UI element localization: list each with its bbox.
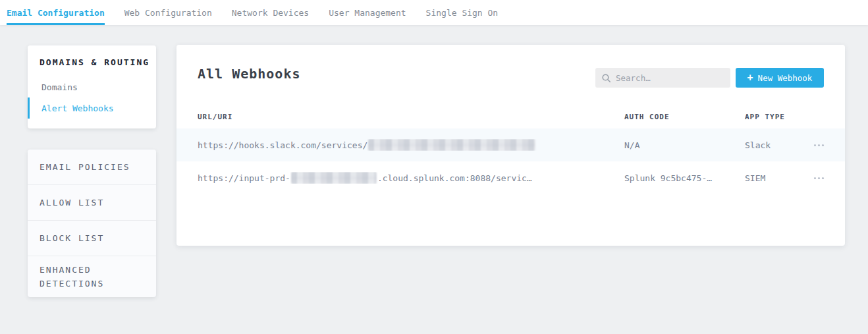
page-title: All Webhooks [198, 66, 301, 82]
webhook-url: https://input-prd- .cloud.splunk.com:808… [176, 172, 624, 184]
tab-network-devices[interactable]: Network Devices [232, 0, 309, 25]
search-icon [602, 74, 610, 82]
sidebar-item-email-policies[interactable]: EMAIL POLICIES [28, 150, 156, 185]
table-header-row: URL/URI AUTH CODE APP TYPE [176, 105, 845, 128]
sidebar-item-allow-list[interactable]: ALLOW LIST [28, 185, 156, 221]
webhooks-panel-header: All Webhooks + New Webhook [176, 45, 845, 105]
sidebar-sections: EMAIL POLICIES ALLOW LIST BLOCK LIST ENH… [28, 150, 156, 297]
row-menu-icon[interactable] [814, 173, 827, 182]
webhook-app-type: SIEM [745, 173, 814, 183]
webhook-url-prefix: https://input-prd- [198, 173, 290, 183]
webhooks-table: URL/URI AUTH CODE APP TYPE https://hooks… [176, 105, 845, 194]
webhook-auth-code: Splunk 9c5bc475-… [624, 173, 745, 183]
redacted-blur [368, 139, 535, 151]
webhook-app-type: Slack [745, 140, 814, 150]
table-row[interactable]: https://input-prd- .cloud.splunk.com:808… [176, 161, 845, 194]
search-box[interactable] [595, 68, 730, 88]
webhook-url-prefix: https://hooks.slack.com/services/ [198, 140, 367, 150]
sidebar-item-alert-webhooks[interactable]: Alert Webhooks [28, 97, 156, 119]
webhooks-panel: All Webhooks + New Webhook URL/URI AUTH … [176, 45, 845, 246]
webhook-auth-code: N/A [624, 140, 745, 150]
header-app-type: APP TYPE [745, 113, 814, 121]
search-input[interactable] [616, 73, 724, 83]
sidebar-domains-routing: DOMAINS & ROUTING Domains Alert Webhooks [28, 45, 156, 128]
new-webhook-button[interactable]: + New Webhook [736, 68, 824, 88]
tab-email-configuration[interactable]: Email Configuration [7, 0, 105, 25]
sidebar-item-domains[interactable]: Domains [28, 76, 156, 97]
webhook-url: https://hooks.slack.com/services/ [176, 139, 624, 151]
header-url-uri: URL/URI [176, 113, 624, 121]
plus-icon: + [747, 73, 753, 83]
sidebar-item-block-list[interactable]: BLOCK LIST [28, 221, 156, 256]
tab-web-configuration[interactable]: Web Configuration [124, 0, 212, 25]
sidebar-item-enhanced-detections[interactable]: ENHANCED DETECTIONS [28, 256, 156, 297]
top-nav: Email Configuration Web Configuration Ne… [0, 0, 868, 25]
row-menu-icon[interactable] [814, 140, 827, 150]
tab-user-management[interactable]: User Management [329, 0, 406, 25]
sidebar-group-title: DOMAINS & ROUTING [28, 57, 156, 67]
redacted-blur [291, 172, 377, 184]
webhook-url-suffix: .cloud.splunk.com:8088/servic… [377, 173, 532, 183]
table-row[interactable]: https://hooks.slack.com/services/ N/A Sl… [176, 128, 845, 161]
header-auth-code: AUTH CODE [624, 113, 745, 121]
tab-single-sign-on[interactable]: Single Sign On [426, 0, 499, 25]
new-webhook-label: New Webhook [758, 73, 813, 83]
